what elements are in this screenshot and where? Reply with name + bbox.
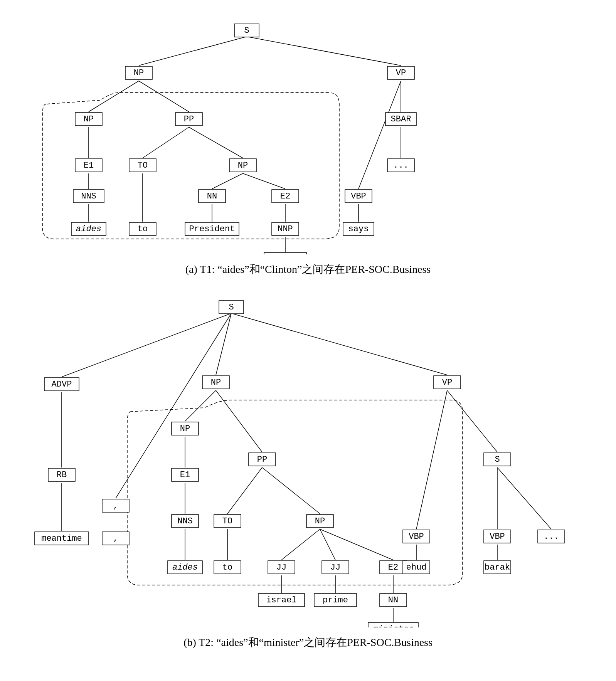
- svg-text:PP: PP: [257, 455, 267, 464]
- svg-text:NN: NN: [388, 595, 398, 605]
- svg-text:President: President: [189, 224, 235, 234]
- svg-line-11: [243, 173, 285, 189]
- svg-text:NP: NP: [84, 114, 94, 124]
- svg-text:RB: RB: [57, 470, 67, 480]
- svg-text:barak: barak: [485, 563, 510, 572]
- svg-line-71: [262, 467, 320, 514]
- svg-line-1: [247, 37, 401, 66]
- svg-text:E1: E1: [84, 161, 94, 170]
- svg-text:to: to: [222, 563, 232, 572]
- svg-text:prime: prime: [323, 595, 348, 605]
- svg-text:PP: PP: [184, 114, 194, 124]
- svg-line-75: [320, 529, 393, 560]
- svg-text:aides: aides: [76, 224, 101, 234]
- svg-line-70: [227, 467, 262, 514]
- svg-text:...: ...: [544, 532, 559, 541]
- svg-text:S: S: [495, 455, 500, 464]
- svg-text:...: ...: [393, 161, 409, 170]
- svg-text:E1: E1: [180, 470, 190, 480]
- svg-line-66: [216, 390, 262, 452]
- svg-text:NP: NP: [315, 516, 325, 526]
- svg-text:VBP: VBP: [351, 192, 366, 201]
- svg-text:Clinton: Clinton: [268, 254, 303, 255]
- svg-text:VBP: VBP: [490, 532, 505, 541]
- svg-text:ADVP: ADVP: [52, 380, 72, 389]
- svg-text:NP: NP: [134, 68, 144, 78]
- svg-text:S: S: [229, 303, 234, 312]
- svg-text:E2: E2: [388, 563, 398, 572]
- svg-text:ehud: ehud: [406, 563, 427, 572]
- svg-line-81: [447, 390, 497, 452]
- tree-svg-b: S ADVP NP VP RB , NP PP S: [23, 292, 601, 627]
- diagram-a: S NP VP NP PP SBAR E1 TO NP: [23, 15, 593, 277]
- svg-text:NP: NP: [211, 378, 221, 387]
- svg-text:NP: NP: [238, 161, 248, 170]
- svg-text:JJ: JJ: [276, 563, 286, 572]
- svg-text:E2: E2: [280, 192, 290, 201]
- svg-text:VP: VP: [442, 378, 452, 387]
- svg-text:minister: minister: [373, 624, 414, 628]
- caption-b: (b) T2: “aides”和“minister”之间存在PER-SOC.Bu…: [23, 635, 593, 650]
- svg-line-2: [89, 81, 139, 112]
- svg-text:NN: NN: [207, 192, 217, 201]
- svg-line-4: [143, 127, 189, 158]
- svg-text:NNP: NNP: [278, 224, 293, 234]
- svg-line-62: [231, 313, 447, 375]
- tree-svg-a: S NP VP NP PP SBAR E1 TO NP: [23, 15, 601, 254]
- svg-text:says: says: [348, 224, 369, 234]
- svg-text:,: ,: [113, 501, 118, 511]
- svg-text:VBP: VBP: [409, 532, 424, 541]
- svg-text:TO: TO: [222, 516, 232, 526]
- svg-line-3: [139, 81, 189, 112]
- svg-line-0: [139, 37, 247, 66]
- svg-line-80: [416, 390, 447, 529]
- svg-text:,: ,: [113, 534, 118, 543]
- svg-line-10: [212, 173, 243, 189]
- svg-text:aides: aides: [172, 563, 198, 572]
- svg-text:VP: VP: [396, 68, 406, 78]
- svg-line-59: [62, 313, 231, 377]
- diagram-b: S ADVP NP VP RB , NP PP S: [23, 292, 593, 650]
- svg-text:JJ: JJ: [330, 563, 340, 572]
- svg-line-5: [189, 127, 243, 158]
- svg-line-17: [358, 81, 401, 189]
- svg-text:NNS: NNS: [81, 192, 96, 201]
- svg-line-65: [185, 390, 216, 421]
- svg-text:to: to: [138, 224, 148, 234]
- svg-text:TO: TO: [138, 161, 148, 170]
- svg-line-84: [497, 467, 551, 529]
- svg-text:NNS: NNS: [177, 516, 193, 526]
- svg-text:israel: israel: [266, 595, 296, 605]
- svg-text:SBAR: SBAR: [391, 114, 411, 124]
- svg-line-73: [281, 529, 320, 560]
- svg-text:NP: NP: [180, 424, 190, 434]
- svg-line-61: [216, 313, 231, 375]
- svg-line-74: [320, 529, 335, 560]
- caption-a: (a) T1: “aides”和“Clinton”之间存在PER-SOC.Bus…: [23, 262, 593, 277]
- svg-text:meantime: meantime: [41, 534, 82, 543]
- svg-text:S: S: [244, 26, 249, 35]
